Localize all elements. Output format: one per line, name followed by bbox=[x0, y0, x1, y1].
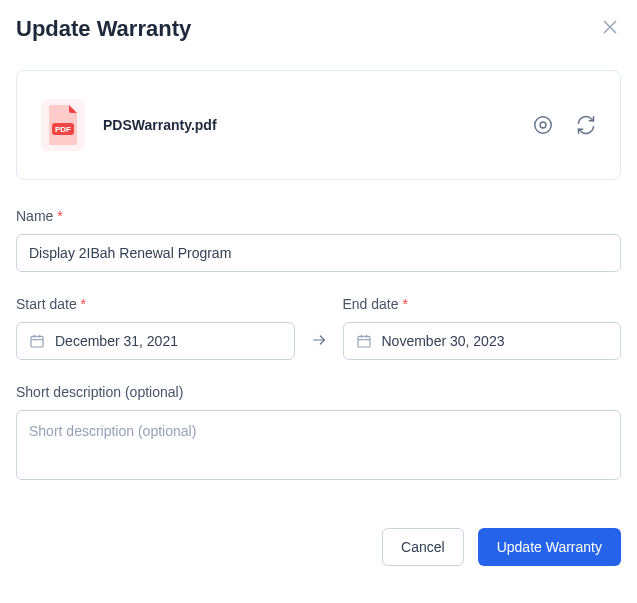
calendar-icon bbox=[356, 333, 372, 349]
eye-icon bbox=[532, 114, 554, 136]
cancel-button[interactable]: Cancel bbox=[382, 528, 464, 566]
svg-point-5 bbox=[540, 122, 546, 128]
name-label: Name * bbox=[16, 208, 621, 224]
start-date-label: Start date * bbox=[16, 296, 295, 312]
start-date-value[interactable] bbox=[55, 333, 282, 349]
arrow-right-icon bbox=[295, 320, 343, 360]
required-indicator: * bbox=[57, 208, 62, 224]
view-attachment-button[interactable] bbox=[532, 114, 554, 136]
name-input[interactable] bbox=[16, 234, 621, 272]
svg-rect-6 bbox=[31, 336, 43, 347]
close-button[interactable] bbox=[599, 16, 621, 38]
pdf-file-icon: PDF bbox=[41, 99, 85, 151]
end-date-label: End date * bbox=[343, 296, 622, 312]
short-description-label: Short description (optional) bbox=[16, 384, 621, 400]
close-icon bbox=[603, 20, 617, 34]
update-warranty-button[interactable]: Update Warranty bbox=[478, 528, 621, 566]
modal-title: Update Warranty bbox=[16, 16, 191, 42]
required-indicator: * bbox=[402, 296, 407, 312]
svg-text:PDF: PDF bbox=[55, 125, 71, 134]
end-date-value[interactable] bbox=[382, 333, 609, 349]
short-description-input[interactable] bbox=[16, 410, 621, 480]
svg-rect-11 bbox=[358, 336, 370, 347]
calendar-icon bbox=[29, 333, 45, 349]
svg-point-4 bbox=[535, 117, 552, 134]
attachment-filename: PDSWarranty.pdf bbox=[103, 117, 217, 133]
end-date-input[interactable] bbox=[343, 322, 622, 360]
attachment-card: PDF PDSWarranty.pdf bbox=[16, 70, 621, 180]
refresh-icon bbox=[576, 115, 596, 135]
replace-attachment-button[interactable] bbox=[576, 115, 596, 135]
required-indicator: * bbox=[81, 296, 86, 312]
start-date-input[interactable] bbox=[16, 322, 295, 360]
